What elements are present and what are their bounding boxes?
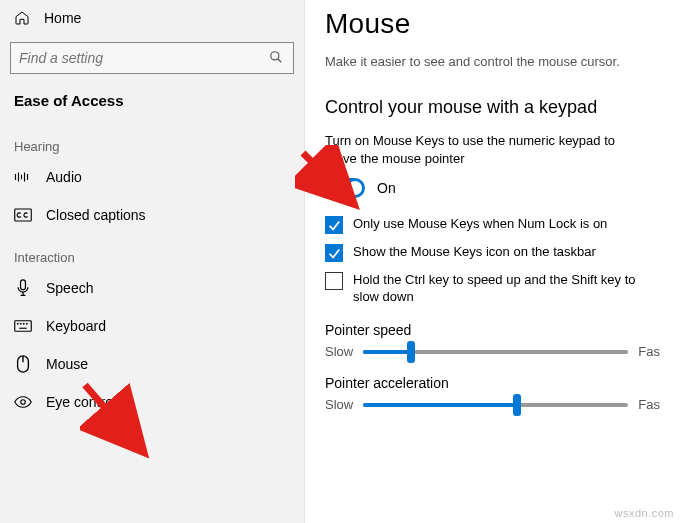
slider-min-label: Slow [325, 397, 353, 412]
svg-point-0 [271, 52, 279, 60]
svg-line-1 [278, 59, 282, 63]
sidebar-item-keyboard[interactable]: Keyboard [0, 307, 304, 345]
checkbox-taskbar[interactable] [325, 244, 343, 262]
slider-max-label: Fas [638, 344, 660, 359]
page-title: Mouse [325, 8, 660, 40]
sidebar-item-closed-captions[interactable]: Closed captions [0, 196, 304, 234]
home-label: Home [44, 10, 81, 26]
main-content: Mouse Make it easier to see and control … [305, 0, 680, 523]
svg-point-10 [26, 323, 27, 324]
sidebar-item-label: Audio [46, 169, 82, 185]
search-icon [269, 50, 285, 66]
group-hearing: Hearing [0, 123, 304, 158]
search-box[interactable] [10, 42, 294, 74]
checkbox-numlock[interactable] [325, 216, 343, 234]
sidebar-section-title: Ease of Access [0, 84, 304, 123]
sidebar-item-label: Eye control [46, 394, 116, 410]
sidebar-item-label: Keyboard [46, 318, 106, 334]
search-container [0, 36, 304, 84]
home-icon [14, 10, 30, 26]
home-button[interactable]: Home [0, 0, 304, 36]
pointer-accel-label: Pointer acceleration [325, 375, 660, 391]
svg-point-9 [23, 323, 24, 324]
checkbox-ctrl-shift[interactable] [325, 272, 343, 290]
audio-icon [14, 168, 32, 186]
sidebar-item-label: Mouse [46, 356, 88, 372]
eye-icon [14, 393, 32, 411]
sidebar-item-audio[interactable]: Audio [0, 158, 304, 196]
microphone-icon [14, 279, 32, 297]
toggle-state-label: On [377, 180, 396, 196]
sidebar-item-label: Closed captions [46, 207, 146, 223]
pointer-speed-label: Pointer speed [325, 322, 660, 338]
sidebar-item-mouse[interactable]: Mouse [0, 345, 304, 383]
search-input[interactable] [19, 50, 269, 66]
checkbox-label: Only use Mouse Keys when Num Lock is on [353, 216, 607, 233]
svg-point-14 [21, 400, 26, 405]
checkbox-label: Show the Mouse Keys icon on the taskbar [353, 244, 596, 261]
svg-rect-6 [15, 321, 32, 332]
checkbox-label: Hold the Ctrl key to speed up and the Sh… [353, 272, 645, 306]
mouse-keys-toggle[interactable] [325, 178, 365, 198]
captions-icon [14, 206, 32, 224]
section-heading: Control your mouse with a keypad [325, 97, 660, 118]
pointer-speed-slider[interactable] [363, 350, 628, 354]
svg-point-8 [20, 323, 21, 324]
slider-min-label: Slow [325, 344, 353, 359]
svg-rect-3 [21, 280, 26, 290]
sidebar-item-speech[interactable]: Speech [0, 269, 304, 307]
sidebar-item-eye-control[interactable]: Eye control [0, 383, 304, 421]
slider-max-label: Fas [638, 397, 660, 412]
sidebar: Home Ease of Access Hearing Audio Closed… [0, 0, 305, 523]
pointer-accel-slider[interactable] [363, 403, 628, 407]
toggle-description: Turn on Mouse Keys to use the numeric ke… [325, 132, 635, 168]
svg-point-7 [17, 323, 18, 324]
sidebar-item-label: Speech [46, 280, 93, 296]
page-subtitle: Make it easier to see and control the mo… [325, 54, 660, 69]
group-interaction: Interaction [0, 234, 304, 269]
keyboard-icon [14, 317, 32, 335]
mouse-icon [14, 355, 32, 373]
